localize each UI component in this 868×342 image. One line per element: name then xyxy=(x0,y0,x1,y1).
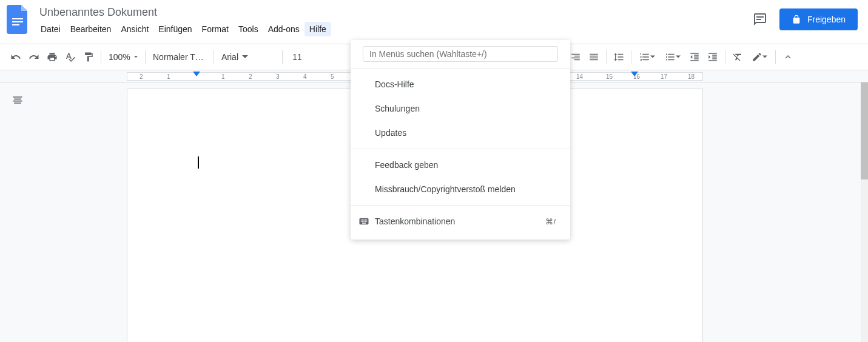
increase-indent-icon xyxy=(707,52,718,62)
menu-search-container xyxy=(363,46,558,62)
ruler-tick: 2 xyxy=(249,73,252,80)
menu-einfuegen[interactable]: Einfügen xyxy=(153,22,197,36)
font-size-input[interactable]: 11 xyxy=(286,49,308,65)
zoom-value: 100% xyxy=(109,52,130,62)
menu-separator xyxy=(351,68,570,69)
menu-ansicht[interactable]: Ansicht xyxy=(116,22,153,36)
menu-separator xyxy=(351,149,570,149)
menu-item-label: Missbrauch/Copyrightverstoß melden xyxy=(375,184,516,194)
menu-format[interactable]: Format xyxy=(197,22,234,36)
ruler-tick: 14 xyxy=(576,73,583,80)
bullet-list-button[interactable] xyxy=(661,49,685,65)
paint-format-button[interactable] xyxy=(80,49,97,65)
style-dropdown[interactable]: Normaler T… xyxy=(149,49,210,65)
separator xyxy=(214,50,214,64)
menu-tools[interactable]: Tools xyxy=(234,22,263,36)
redo-button[interactable] xyxy=(25,49,42,65)
docs-logo-icon[interactable] xyxy=(7,5,29,34)
separator xyxy=(631,50,631,64)
svg-rect-1 xyxy=(12,21,23,22)
separator xyxy=(101,50,101,64)
size-value: 11 xyxy=(292,52,302,62)
share-label: Freigeben xyxy=(807,15,846,24)
menu-hilfe[interactable]: Hilfe xyxy=(304,22,331,36)
menu-bearbeiten[interactable]: Bearbeiten xyxy=(66,22,116,36)
print-icon xyxy=(47,52,58,62)
align-justify-icon xyxy=(588,52,599,62)
keyboard-icon xyxy=(358,215,370,227)
clear-format-button[interactable] xyxy=(729,49,746,65)
svg-rect-0 xyxy=(12,18,23,19)
menu-item-feedback[interactable]: Feedback geben xyxy=(351,153,570,177)
ruler-tick: 15 xyxy=(606,73,613,80)
caret-down-icon xyxy=(242,54,248,60)
separator xyxy=(145,50,146,64)
collapse-toolbar-button[interactable] xyxy=(779,49,796,65)
increase-indent-button[interactable] xyxy=(704,49,721,65)
doc-title-input[interactable]: Unbenanntes Dokument xyxy=(36,5,750,19)
print-button[interactable] xyxy=(44,49,61,65)
undo-icon xyxy=(10,52,21,62)
decrease-indent-button[interactable] xyxy=(686,49,703,65)
ruler-right-marker[interactable] xyxy=(631,72,638,76)
line-spacing-icon xyxy=(613,52,624,62)
svg-rect-2 xyxy=(12,24,19,25)
help-menu-panel: Docs-Hilfe Schulungen Updates Feedback g… xyxy=(351,40,570,240)
menu-datei[interactable]: Datei xyxy=(36,22,66,36)
numbered-list-button[interactable] xyxy=(635,49,659,65)
separator xyxy=(775,50,776,64)
font-dropdown[interactable]: Arial xyxy=(218,49,278,65)
title-area: Unbenanntes Dokument Datei Bearbeiten An… xyxy=(36,5,750,36)
separator xyxy=(282,50,283,64)
ruler-tick: 4 xyxy=(303,73,307,80)
decrease-indent-icon xyxy=(689,52,700,62)
menu-addons[interactable]: Add-ons xyxy=(263,22,304,36)
svg-rect-3 xyxy=(756,16,764,18)
menu-search-input[interactable] xyxy=(363,46,558,62)
menu-item-label: Schulungen xyxy=(375,104,420,113)
header: Unbenanntes Dokument Datei Bearbeiten An… xyxy=(0,0,868,44)
menu-item-shortcuts[interactable]: Tastenkombinationen ⌘/ xyxy=(351,209,570,233)
editing-mode-button[interactable] xyxy=(747,49,772,65)
shortcut-hint: ⌘/ xyxy=(545,217,556,226)
ruler-tick: 1 xyxy=(221,73,225,80)
ruler-indent-marker[interactable] xyxy=(193,72,200,76)
ruler-tick: 1 xyxy=(167,73,170,80)
separator xyxy=(725,50,725,64)
menu-item-label: Feedback geben xyxy=(375,160,438,170)
menu-item-label: Tastenkombinationen xyxy=(375,216,455,226)
header-right: Freigeben xyxy=(750,5,861,30)
ruler-tick: 3 xyxy=(276,73,280,80)
comments-icon xyxy=(753,12,767,27)
menu-item-training[interactable]: Schulungen xyxy=(351,96,570,121)
undo-button[interactable] xyxy=(7,49,24,65)
caret-down-icon xyxy=(762,55,767,59)
align-justify-button[interactable] xyxy=(585,49,602,65)
menu-item-updates[interactable]: Updates xyxy=(351,121,570,145)
lock-icon xyxy=(792,15,801,24)
menu-item-docs-help[interactable]: Docs-Hilfe xyxy=(351,72,570,96)
text-cursor xyxy=(198,156,199,169)
caret-down-icon xyxy=(650,55,655,59)
zoom-dropdown[interactable]: 100% xyxy=(105,49,141,65)
scrollbar-thumb[interactable] xyxy=(861,82,868,179)
ruler-tick: 17 xyxy=(661,73,667,80)
font-value: Arial xyxy=(221,52,238,62)
spellcheck-icon xyxy=(65,52,76,62)
share-button[interactable]: Freigeben xyxy=(779,8,858,30)
caret-down-icon xyxy=(676,55,681,59)
menu-item-report-abuse[interactable]: Missbrauch/Copyrightverstoß melden xyxy=(351,177,570,201)
menu-separator xyxy=(351,205,570,206)
caret-down-icon xyxy=(134,54,138,60)
outline-icon xyxy=(12,94,24,106)
spellcheck-button[interactable] xyxy=(62,49,79,65)
numbered-list-icon xyxy=(639,52,650,62)
vertical-scrollbar[interactable] xyxy=(861,82,868,342)
line-spacing-button[interactable] xyxy=(610,49,627,65)
ruler-tick: 2 xyxy=(140,73,143,80)
chevron-up-icon xyxy=(782,52,793,62)
bullet-list-icon xyxy=(665,52,676,62)
comments-button[interactable] xyxy=(750,10,770,29)
pencil-icon xyxy=(752,52,762,62)
outline-toggle-button[interactable] xyxy=(8,91,27,109)
